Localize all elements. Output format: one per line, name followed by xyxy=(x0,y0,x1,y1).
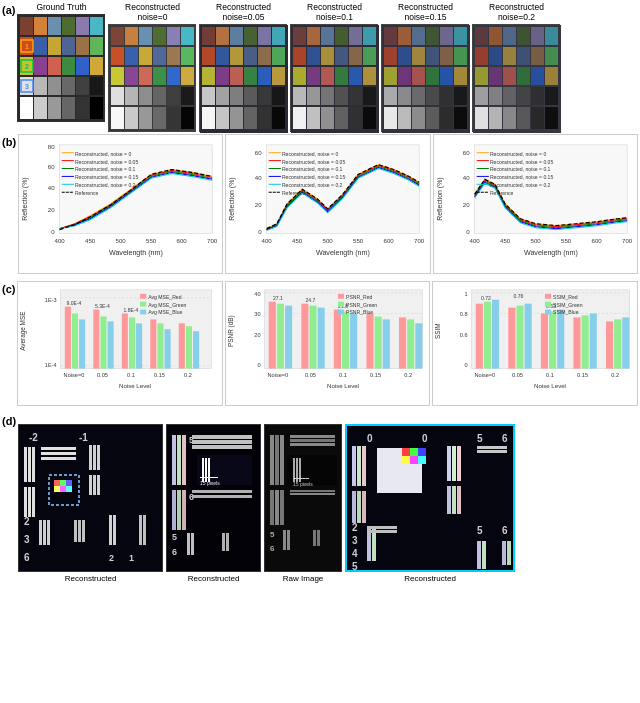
svg-text:3: 3 xyxy=(352,535,358,546)
svg-text:Reference: Reference xyxy=(75,190,99,196)
svg-text:6: 6 xyxy=(502,525,508,536)
micro-title-2: Reconstructed xyxy=(188,574,240,583)
row-a: (a) Ground Truth xyxy=(2,2,638,132)
svg-text:0.15: 0.15 xyxy=(370,373,381,379)
svg-rect-105 xyxy=(307,47,320,65)
svg-rect-281 xyxy=(108,321,114,368)
svg-text:Reconstructed, noise = 0.05: Reconstructed, noise = 0.05 xyxy=(490,159,554,165)
svg-rect-5 xyxy=(90,17,103,35)
svg-text:1: 1 xyxy=(465,291,468,297)
svg-rect-387 xyxy=(24,447,27,482)
svg-rect-185 xyxy=(489,107,502,129)
svg-rect-453 xyxy=(280,435,284,485)
svg-rect-437 xyxy=(192,495,252,498)
svg-text:400: 400 xyxy=(469,239,480,245)
svg-rect-140 xyxy=(454,47,467,65)
svg-text:700: 700 xyxy=(207,239,218,245)
svg-rect-392 xyxy=(32,487,35,517)
svg-rect-400 xyxy=(93,475,96,495)
svg-rect-449 xyxy=(226,533,229,551)
svg-rect-46 xyxy=(167,47,180,65)
svg-rect-130 xyxy=(398,27,411,45)
svg-rect-19 xyxy=(34,77,47,95)
svg-rect-420 xyxy=(109,515,112,545)
svg-rect-54 xyxy=(111,87,124,105)
svg-text:Avg MSE_Red: Avg MSE_Red xyxy=(149,294,182,300)
svg-rect-141 xyxy=(384,67,397,85)
svg-rect-167 xyxy=(489,47,502,65)
svg-text:Reflection (%): Reflection (%) xyxy=(228,177,236,220)
svg-rect-7 xyxy=(34,37,47,55)
svg-rect-455 xyxy=(275,490,279,525)
svg-rect-153 xyxy=(384,107,397,129)
micro-panel-2: 5 6 15 pixels xyxy=(166,424,261,583)
svg-rect-367 xyxy=(615,319,622,368)
micro-title-1: Reconstructed xyxy=(65,574,117,583)
svg-rect-77 xyxy=(258,47,271,65)
svg-text:400: 400 xyxy=(55,239,66,245)
recon-chart-02 xyxy=(472,24,560,132)
svg-rect-118 xyxy=(321,87,334,105)
svg-rect-285 xyxy=(151,319,157,368)
svg-rect-422 xyxy=(139,515,142,545)
svg-rect-182 xyxy=(531,87,544,105)
svg-rect-323 xyxy=(350,313,357,368)
svg-rect-48 xyxy=(111,67,124,85)
svg-rect-60 xyxy=(111,107,124,129)
svg-rect-169 xyxy=(517,47,530,65)
svg-text:2: 2 xyxy=(109,553,114,563)
svg-rect-425 xyxy=(172,435,176,485)
svg-rect-98 xyxy=(293,27,306,45)
svg-rect-478 xyxy=(357,446,361,486)
svg-rect-326 xyxy=(383,319,390,368)
svg-rect-62 xyxy=(139,107,152,129)
svg-text:20: 20 xyxy=(48,207,55,213)
graph-b1: Reflection (%) 0 20 40 60 80 400 450 500… xyxy=(18,134,223,274)
svg-rect-73 xyxy=(202,47,215,65)
svg-rect-466 xyxy=(293,478,309,479)
gt-color-chart: 1 2 3 xyxy=(17,14,105,122)
svg-rect-510 xyxy=(477,541,481,569)
svg-rect-430 xyxy=(182,490,186,530)
row-d: (d) -2 -1 xyxy=(2,413,638,583)
svg-rect-359 xyxy=(525,304,532,369)
svg-text:450: 450 xyxy=(85,239,96,245)
svg-rect-175 xyxy=(517,67,530,85)
svg-rect-20 xyxy=(48,77,61,95)
svg-text:Noise=0: Noise=0 xyxy=(475,373,496,379)
svg-text:2: 2 xyxy=(352,522,358,533)
svg-rect-187 xyxy=(517,107,530,129)
svg-text:PSNR_Red: PSNR_Red xyxy=(346,294,372,300)
micro-image-2: 5 6 15 pixels xyxy=(166,424,261,572)
recon-panel-015: Reconstructednoise=0.15 xyxy=(381,2,469,132)
svg-text:5.3E-4: 5.3E-4 xyxy=(95,303,110,309)
svg-rect-80 xyxy=(216,67,229,85)
svg-rect-452 xyxy=(275,435,279,485)
svg-rect-382 xyxy=(545,310,551,315)
svg-text:15 pixels: 15 pixels xyxy=(200,480,220,486)
svg-rect-318 xyxy=(301,304,308,369)
svg-text:Reconstructed, noise = 0: Reconstructed, noise = 0 xyxy=(282,151,339,157)
svg-rect-102 xyxy=(349,27,362,45)
svg-rect-70 xyxy=(244,27,257,45)
svg-rect-491 xyxy=(367,530,397,533)
svg-rect-155 xyxy=(412,107,425,129)
svg-text:15 pixels: 15 pixels xyxy=(293,481,313,487)
svg-rect-289 xyxy=(186,326,192,368)
svg-rect-339 xyxy=(338,294,344,299)
svg-rect-94 xyxy=(244,107,257,129)
micro-image-raw: 15 pixels 5 6 xyxy=(264,424,342,572)
svg-text:450: 450 xyxy=(500,239,511,245)
svg-rect-43 xyxy=(125,47,138,65)
svg-text:40: 40 xyxy=(255,175,262,181)
svg-rect-361 xyxy=(549,312,556,369)
svg-text:PSNR_Green: PSNR_Green xyxy=(346,302,377,308)
micro-title-raw: Raw Image xyxy=(283,574,323,583)
svg-rect-492 xyxy=(402,448,410,456)
svg-rect-479 xyxy=(362,446,366,486)
svg-rect-435 xyxy=(192,445,252,449)
svg-text:Reconstructed, noise = 0: Reconstructed, noise = 0 xyxy=(75,151,132,157)
svg-rect-408 xyxy=(47,520,50,545)
svg-rect-506 xyxy=(477,446,507,449)
svg-text:550: 550 xyxy=(561,239,572,245)
